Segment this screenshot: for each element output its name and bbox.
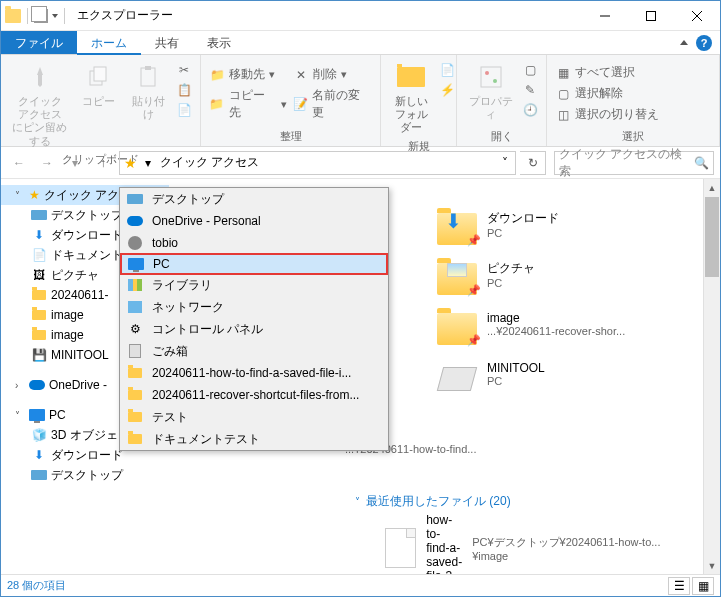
folder-item-image[interactable]: 📌 image...¥20240611-recover-shor...: [437, 303, 657, 345]
dropdown-item-onedrive[interactable]: OneDrive - Personal: [120, 210, 388, 232]
tab-home[interactable]: ホーム: [77, 31, 141, 55]
recent-locations-button[interactable]: ▾: [63, 151, 87, 175]
paste-shortcut-button[interactable]: 📄: [174, 101, 194, 119]
icons-view-button[interactable]: ▦: [692, 577, 714, 595]
vertical-scrollbar[interactable]: ▲ ▼: [703, 179, 720, 574]
dropdown-item-library[interactable]: ライブラリ: [120, 274, 388, 296]
address-bar: ← → ▾ ↑ ★ ▾ クイック アクセス ˅ ↻ クイック アクセスの検索 🔍: [1, 147, 720, 179]
back-button[interactable]: ←: [7, 151, 31, 175]
search-icon: 🔍: [694, 156, 709, 170]
ribbon-tabs: ファイル ホーム 共有 表示 ?: [1, 31, 720, 55]
minimize-button[interactable]: [582, 1, 628, 31]
file-row[interactable]: how-to-find-a-saved-file-3 PC¥デスクトップ¥202…: [345, 509, 700, 574]
tab-view[interactable]: 表示: [193, 31, 245, 54]
sidebar-item-desktop2[interactable]: デスクトップ: [1, 465, 169, 485]
folder-item-minitool[interactable]: MINITOOLPC: [437, 353, 657, 395]
close-button[interactable]: [674, 1, 720, 31]
recent-files-header[interactable]: ˅最近使用したファイル (20): [345, 493, 511, 510]
status-bar: 28 個の項目 ☰ ▦: [1, 574, 720, 596]
maximize-button[interactable]: [628, 1, 674, 31]
ribbon: クイック アクセス にピン留めする コピー 貼り付け ✂ 📋 📄 クリップボード…: [1, 55, 720, 147]
dropdown-item-user[interactable]: tobio: [120, 232, 388, 254]
copy-path-button[interactable]: 📋: [174, 81, 194, 99]
edit-button[interactable]: ✎: [520, 81, 540, 99]
refresh-button[interactable]: ↻: [520, 151, 546, 175]
group-organize-label: 整理: [207, 127, 374, 144]
tab-file[interactable]: ファイル: [1, 31, 77, 54]
item-count: 28 個の項目: [7, 578, 66, 593]
address-dropdown[interactable]: ˅: [495, 156, 515, 170]
new-folder-button[interactable]: 新しい フォルダー: [387, 59, 435, 137]
select-none-button[interactable]: ▢選択解除: [553, 84, 661, 103]
folder-item-pictures[interactable]: 📌 ピクチャPC: [437, 253, 657, 295]
copy-to-button[interactable]: 📁コピー先 ▾: [207, 86, 289, 122]
up-button[interactable]: ↑: [91, 151, 115, 175]
dropdown-item-network[interactable]: ネットワーク: [120, 296, 388, 318]
select-all-button[interactable]: ▦すべて選択: [553, 63, 661, 82]
new-item-button[interactable]: 📄: [437, 61, 457, 79]
svg-rect-5: [94, 67, 106, 81]
group-open-label: 開く: [463, 127, 540, 144]
window-title: エクスプローラー: [77, 7, 173, 24]
file-icon: [385, 528, 416, 568]
history-dropdown[interactable]: ▾: [140, 156, 156, 170]
collapse-ribbon-icon[interactable]: [680, 40, 688, 45]
titlebar: エクスプローラー: [1, 1, 720, 31]
history-button[interactable]: 🕘: [520, 101, 540, 119]
address-path[interactable]: クイック アクセス: [156, 154, 495, 171]
address-input[interactable]: ★ ▾ クイック アクセス ˅: [119, 151, 516, 175]
svg-rect-1: [647, 11, 656, 20]
folder-item-downloads[interactable]: ⬇📌 ダウンロードPC: [437, 203, 657, 245]
paste-button[interactable]: 貼り付け: [124, 59, 172, 150]
scroll-thumb[interactable]: [705, 197, 719, 277]
dropdown-item-recycle-bin[interactable]: ごみ箱: [120, 340, 388, 362]
quick-access-toolbar: [5, 8, 69, 24]
search-input[interactable]: クイック アクセスの検索 🔍: [554, 151, 714, 175]
address-dropdown-menu: デスクトップ OneDrive - Personal tobio PC ライブラ…: [119, 187, 389, 451]
dropdown-item-pc[interactable]: PC: [120, 253, 388, 275]
svg-point-10: [493, 79, 497, 83]
scroll-down-icon[interactable]: ▼: [704, 557, 720, 574]
forward-button[interactable]: →: [35, 151, 59, 175]
svg-rect-7: [145, 66, 151, 70]
dropdown-item-desktop[interactable]: デスクトップ: [120, 188, 388, 210]
pin-to-quick-access-button[interactable]: クイック アクセス にピン留めする: [7, 59, 72, 150]
restore-windows-icon[interactable]: [34, 9, 48, 23]
copy-button[interactable]: コピー: [74, 59, 122, 150]
dropdown-item-folder2[interactable]: 20240611-recover-shortcut-files-from...: [120, 384, 388, 406]
help-icon[interactable]: ?: [696, 35, 712, 51]
details-view-button[interactable]: ☰: [668, 577, 690, 595]
properties-button[interactable]: プロパティ: [463, 59, 518, 127]
dropdown-item-folder1[interactable]: 20240611-how-to-find-a-saved-file-i...: [120, 362, 388, 384]
svg-rect-8: [481, 67, 501, 87]
open-button[interactable]: ▢: [520, 61, 540, 79]
scroll-up-icon[interactable]: ▲: [704, 179, 720, 196]
svg-point-9: [485, 71, 489, 75]
dropdown-item-folder4[interactable]: ドキュメントテスト: [120, 428, 388, 450]
move-to-button[interactable]: 📁移動先 ▾: [207, 65, 289, 84]
cut-button[interactable]: ✂: [174, 61, 194, 79]
app-icon: [5, 9, 21, 23]
invert-selection-button[interactable]: ◫選択の切り替え: [553, 105, 661, 124]
qat-dropdown[interactable]: [52, 14, 58, 18]
dropdown-item-control-panel[interactable]: ⚙コントロール パネル: [120, 318, 388, 340]
delete-button[interactable]: ✕削除 ▾: [291, 65, 375, 84]
svg-rect-6: [141, 68, 155, 86]
group-select-label: 選択: [553, 127, 713, 144]
search-placeholder: クイック アクセスの検索: [559, 146, 694, 180]
tab-share[interactable]: 共有: [141, 31, 193, 54]
dropdown-item-folder3[interactable]: テスト: [120, 406, 388, 428]
rename-button[interactable]: 📝名前の変更: [291, 86, 375, 122]
easy-access-button[interactable]: ⚡: [437, 81, 457, 99]
star-icon: ★: [120, 155, 140, 171]
